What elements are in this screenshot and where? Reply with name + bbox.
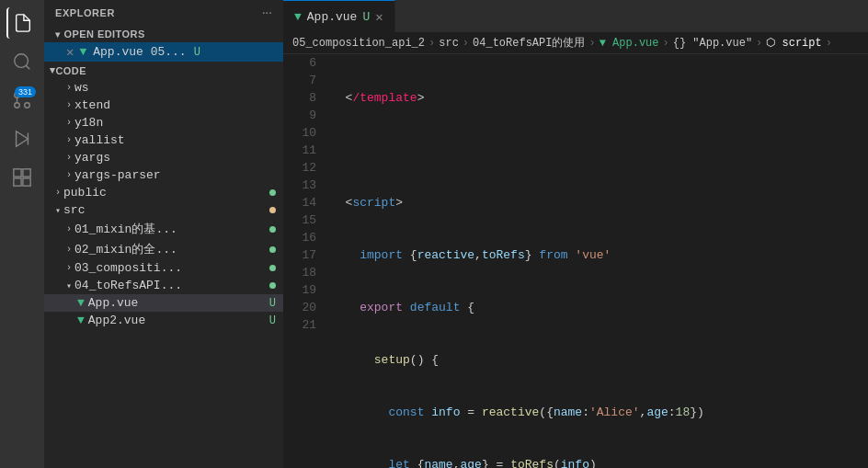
tree-item-xtend[interactable]: › xtend [44,97,283,114]
public-label: public [63,186,107,200]
files-icon[interactable] [6,7,38,39]
tab-close-button[interactable]: ✕ [375,9,383,25]
ws-label: ws [74,81,89,95]
tree-item-yallist[interactable]: › yallist [44,131,283,149]
line-10: export default { [331,299,868,316]
yargs-label: yargs [74,151,110,165]
tab-vue-icon: ▼ [294,10,302,24]
04torefs-dot [269,282,276,289]
02mixin-label: 02_mixin的全... [74,241,177,257]
tree-item-ws[interactable]: › ws [44,79,283,97]
tree-item-public[interactable]: › public [44,184,283,201]
02mixin-dot [269,246,276,253]
extensions-icon[interactable] [6,162,38,193]
vue-file-icon: ▼ [79,45,86,59]
03comp-chevron: › [66,263,72,273]
code-content[interactable]: </template> <script> import {reactive,to… [327,54,868,468]
tree-item-app-vue[interactable]: ▼ App.vue U [44,294,283,312]
open-editor-filename: App.vue 05... [93,45,186,59]
03comp-label: 03_compositi... [74,261,182,275]
app2-vue-label: App2.vue [88,314,145,327]
tree-item-src[interactable]: ▾ src [44,201,283,219]
search-icon[interactable] [6,46,38,77]
svg-point-0 [15,54,29,68]
line-8: <script> [331,194,868,211]
app-vue-label: App.vue [88,296,139,310]
src-label: src [63,203,85,217]
app-vue-file-icon: ▼ [77,296,85,310]
open-editors-section: ▾ OPEN EDITORS ✕ ▼ App.vue 05... U [44,26,283,62]
app2-vue-file-icon: ▼ [77,314,85,327]
line-9: import {reactive,toRefs} from 'vue' [331,246,868,264]
ws-chevron: › [66,83,72,93]
tree-item-yargs-parser[interactable]: › yargs-parser [44,166,283,184]
01mixin-label: 01_mixin的基... [74,221,177,237]
public-dot [269,189,276,196]
yargs-chevron: › [66,153,72,163]
tab-app-vue[interactable]: ▼ App.vue U ✕ [283,0,395,32]
src-dot [269,207,276,213]
run-icon[interactable] [6,123,38,154]
open-editors-chevron: ▾ [55,29,60,40]
sidebar-more-button[interactable]: ··· [262,7,272,18]
app2-vue-modified: U [269,314,276,327]
y18n-label: y18n [74,116,103,130]
line-6: </template> [331,89,868,107]
bc-obj: {} "App.vue" [673,37,752,50]
source-control-badge: 331 [15,86,36,97]
tab-modified-indicator: U [362,10,370,24]
tree-item-02mixin[interactable]: › 02_mixin的全... [44,239,283,259]
yallist-chevron: › [66,135,72,145]
svg-point-4 [15,103,20,108]
code-label-text: CODE [55,65,86,76]
yallist-label: yallist [74,133,125,147]
svg-rect-11 [14,178,21,186]
sidebar-header: EXPLORER ··· [44,0,283,26]
line-12: const info = reactive({name:'Alice',age:… [331,404,868,421]
xtend-chevron: › [66,100,72,110]
source-control-icon[interactable]: 331 [6,85,38,116]
app-vue-modified: U [269,297,276,310]
open-editor-modified: U [194,46,200,59]
02mixin-chevron: › [66,245,72,255]
open-editors-label[interactable]: ▾ OPEN EDITORS [44,26,283,42]
svg-marker-7 [17,131,29,147]
svg-rect-9 [14,169,21,177]
04torefs-chevron: ▾ [66,280,72,291]
code-section-label[interactable]: ▾ CODE [44,62,283,79]
bc-script: ⬡ script [766,36,821,50]
tree-item-04torefs[interactable]: ▾ 04_toRefsAPI... [44,277,283,294]
tree-item-01mixin[interactable]: › 01_mixin的基... [44,219,283,239]
01mixin-dot [269,226,276,233]
tree-item-03comp[interactable]: › 03_compositi... [44,259,283,277]
tree-item-yargs[interactable]: › yargs [44,149,283,166]
file-tree: ▾ CODE › ws › xtend › y18n › yallist › y… [44,62,283,468]
public-chevron: › [55,188,61,198]
breadcrumb: 05_composition_api_2 › src › 04_toRefsAP… [283,32,868,54]
line-13: let {name,age} = toRefs(info) [331,456,868,468]
close-editor-icon[interactable]: ✕ [66,44,74,60]
yargs-parser-label: yargs-parser [74,168,161,182]
line-numbers: 6 7 8 9 10 11 12 13 14 15 16 17 18 19 20… [283,54,327,468]
svg-point-2 [25,103,30,108]
sidebar: EXPLORER ··· ▾ OPEN EDITORS ✕ ▼ App.vue … [44,0,283,468]
bc-src: src [439,37,459,50]
bc-file: ▼ App.vue [600,37,659,50]
open-editor-app-vue[interactable]: ✕ ▼ App.vue 05... U [44,42,283,62]
line-11: setup() { [331,351,868,369]
tab-bar: ▼ App.vue U ✕ [283,0,868,32]
yargs-parser-chevron: › [66,170,72,180]
svg-line-1 [26,65,29,69]
src-chevron: ▾ [55,205,61,216]
y18n-chevron: › [66,118,72,128]
xtend-label: xtend [74,98,110,112]
activity-bar: 331 [0,0,44,468]
tree-item-app2-vue[interactable]: ▼ App2.vue U [44,312,283,329]
bc-folder: 04_toRefsAPI的使用 [473,35,585,51]
bc-project: 05_composition_api_2 [292,37,425,50]
03comp-dot [269,265,276,271]
tree-item-y18n[interactable]: › y18n [44,114,283,131]
svg-rect-12 [23,178,30,186]
sidebar-title: EXPLORER [55,7,115,18]
main-editor: ▼ App.vue U ✕ 05_composition_api_2 › src… [283,0,868,468]
